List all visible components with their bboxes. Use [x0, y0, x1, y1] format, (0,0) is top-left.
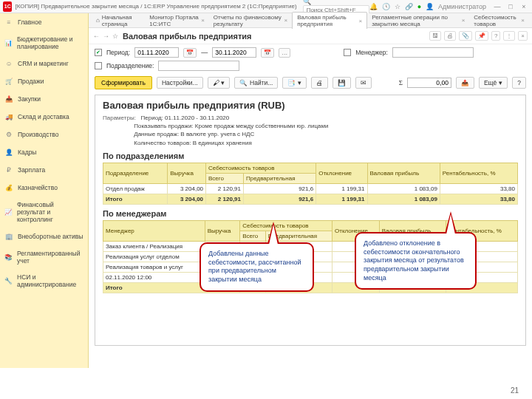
calendar-to-icon[interactable]: 📅	[261, 48, 274, 58]
cell: Заказ клиента / Реализация	[103, 241, 205, 251]
smile-icon: ☺	[4, 59, 13, 68]
money-icon: 💰	[4, 183, 13, 192]
table-total-row: Итого 3 204,00 2 120,91 921,6 1 199,31 1…	[103, 194, 518, 204]
book-icon: 📚	[4, 253, 13, 262]
sidebar-item-treasury[interactable]: 💰Казначейство	[0, 179, 88, 197]
tabs-bar: ⌂Начальная страница Монитор Портала 1С:И…	[89, 13, 532, 28]
sidebar-item-sales[interactable]: 🛒Продажи	[0, 72, 88, 90]
subdivision-checkbox[interactable]	[95, 62, 102, 69]
bell-icon[interactable]: 🔔	[369, 3, 378, 10]
close-icon[interactable]: ×	[519, 3, 529, 10]
pin-icon[interactable]: 📌	[475, 31, 488, 41]
hierarchy-button[interactable]: 📑 ▾	[282, 77, 306, 89]
sidebar-item-production[interactable]: ⚙Производство	[0, 126, 88, 143]
tab-monitor[interactable]: Монитор Портала 1С:ИТС×	[145, 13, 208, 29]
cell: 33,80	[440, 183, 517, 194]
tab-finreports[interactable]: Отчеты по финансовому результату×	[209, 13, 292, 29]
sidebar-item-budgeting[interactable]: 📊Бюджетирование и планирование	[0, 31, 88, 55]
find-button[interactable]: 🔍Найти...	[234, 77, 278, 89]
mail-button[interactable]: ✉	[355, 77, 372, 89]
manager-checkbox[interactable]	[344, 49, 351, 56]
sum-display	[407, 78, 451, 88]
sidebar-label: Кадры	[18, 149, 36, 156]
sidebar-label: CRM и маркетинг	[18, 60, 69, 67]
sidebar-label: Казначейство	[18, 184, 58, 191]
link-icon[interactable]: 🔗	[405, 3, 413, 10]
forward-icon[interactable]: →	[103, 33, 109, 40]
sidebar-item-crm[interactable]: ☺CRM и маркетинг	[0, 55, 88, 72]
help-icon[interactable]: ?	[491, 31, 500, 41]
report-title: Валовая прибыль предприятия (RUB)	[103, 100, 518, 111]
help-button[interactable]: ?	[512, 77, 526, 89]
sidebar-item-main[interactable]: ≡Главное	[0, 13, 88, 31]
attach-icon[interactable]: 📎	[459, 31, 472, 41]
cell: 1 083,09	[367, 194, 440, 204]
col-deviation: Отклонение	[316, 163, 367, 183]
close-tab-icon[interactable]: ×	[359, 18, 363, 24]
tab-grossprofit[interactable]: Валовая прибыль предприятия×	[292, 12, 367, 29]
sidebar: ≡Главное 📊Бюджетирование и планирование …	[0, 13, 89, 368]
clock-icon[interactable]: 🕓	[382, 3, 390, 10]
tab-regops[interactable]: Регламентные операции по закрытию месяца…	[367, 13, 469, 29]
settings-button[interactable]: Настройки...	[157, 77, 203, 89]
home-icon: ⌂	[96, 17, 100, 24]
print-icon[interactable]: 🖨	[444, 31, 456, 41]
close-tab-icon[interactable]: ×	[462, 17, 466, 24]
window-controls: — □ ×	[492, 3, 529, 10]
manager-input[interactable]	[392, 47, 474, 58]
save-report-button[interactable]: 💾	[332, 77, 351, 89]
save-icon[interactable]: 🖫	[429, 31, 441, 41]
params-label: Параметры:	[103, 115, 136, 121]
col-cost: Себестоимость товаров	[240, 220, 332, 231]
tab-cost[interactable]: Себестоимость товаров×	[469, 13, 529, 29]
cell: 3 204,00	[168, 183, 206, 194]
sidebar-label: Бюджетирование и планирование	[17, 35, 83, 50]
sidebar-item-warehouse[interactable]: 🚚Склад и доставка	[0, 108, 88, 126]
cell: 921,6	[244, 183, 316, 194]
minimize-icon[interactable]: —	[492, 3, 502, 10]
chart-icon: 📊	[4, 38, 13, 47]
calendar-from-icon[interactable]: 📅	[183, 48, 197, 58]
cell: 1 199,31	[316, 194, 367, 204]
period-checkbox[interactable]	[95, 49, 102, 56]
table-row[interactable]: Отдел продаж 3 204,00 2 120,91 921,6 1 1…	[103, 183, 518, 194]
param-line: Период: 01.11.2020 - 30.11.2020	[141, 115, 230, 121]
cell: 1 199,31	[316, 183, 367, 194]
brush-button[interactable]: 🖌 ▾	[208, 77, 230, 89]
close-page-icon[interactable]: ×	[518, 31, 528, 41]
sidebar-item-nsi[interactable]: 🔧НСИ и администрирование	[0, 269, 88, 293]
user-icon[interactable]: 👤	[426, 3, 434, 10]
sidebar-item-purchase[interactable]: 📥Закупки	[0, 90, 88, 108]
sidebar-item-salary[interactable]: ₽Зарплата	[0, 161, 88, 179]
cart-icon: 🛒	[4, 77, 13, 86]
close-tab-icon[interactable]: ×	[284, 17, 288, 24]
tab-label: Регламентные операции по закрытию месяца	[372, 14, 459, 27]
print-button[interactable]: 🖨	[311, 77, 328, 89]
close-tab-icon[interactable]: ×	[521, 17, 525, 24]
star-icon[interactable]: ☆	[395, 3, 400, 10]
star-icon[interactable]: ☆	[112, 33, 118, 40]
period-to-input[interactable]	[212, 47, 256, 58]
period-more-icon[interactable]: …	[279, 48, 290, 58]
sidebar-item-finresult[interactable]: 📈Финансовый результат и контроллинг	[0, 197, 88, 228]
tab-label: Себестоимость товаров	[474, 14, 519, 27]
user-name[interactable]: Администратор	[438, 3, 486, 10]
sidebar-item-fixedassets[interactable]: 🏢Внеоборотные активы	[0, 228, 88, 245]
subdivision-input[interactable]	[158, 61, 239, 71]
more-icon[interactable]: ⋮	[503, 31, 515, 41]
close-tab-icon[interactable]: ×	[201, 17, 205, 24]
sidebar-item-regaccount[interactable]: 📚Регламентированный учет	[0, 245, 88, 269]
col-rent: Рентабельность, %	[440, 163, 517, 183]
sidebar-label: Закупки	[18, 95, 41, 103]
export-button[interactable]: 📤	[456, 77, 474, 89]
more-button[interactable]: Ещё ▾	[479, 77, 508, 89]
back-icon[interactable]: ←	[93, 33, 100, 40]
cell: 2 120,91	[206, 194, 244, 204]
cell: 3 204,00	[168, 194, 206, 204]
find-label: Найти...	[250, 79, 273, 86]
maximize-icon[interactable]: □	[505, 3, 516, 10]
period-from-input[interactable]	[134, 47, 179, 58]
form-button[interactable]: Сформировать	[95, 76, 152, 89]
tab-home[interactable]: ⌂Начальная страница	[92, 13, 145, 29]
sidebar-item-hr[interactable]: 👤Кадры	[0, 143, 88, 161]
